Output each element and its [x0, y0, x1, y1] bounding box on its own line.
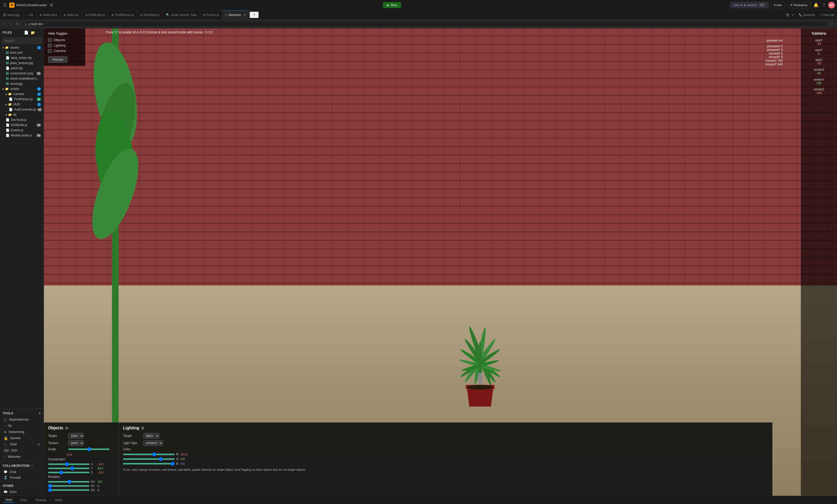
- codesearch-tab-icon: 🔍: [166, 13, 170, 17]
- file-devtools[interactable]: 📄 DevTools.js: [0, 117, 44, 123]
- chat-label: Chat: [10, 470, 16, 474]
- coord-z-slider[interactable]: [48, 472, 89, 473]
- scale-slider[interactable]: [68, 448, 110, 450]
- obj-texture-select[interactable]: plant: [68, 440, 84, 446]
- devtools-button[interactable]: 🔧 Devtools: [796, 13, 818, 17]
- rot-ry-slider[interactable]: [48, 485, 89, 487]
- file-firstperson[interactable]: 📄 FirstPerson.js A: [0, 96, 44, 102]
- ask-ai-label: Ask AI & search: [733, 3, 757, 7]
- other-tab[interactable]: Other: [53, 498, 65, 502]
- help-icon[interactable]: ?: [822, 2, 826, 8]
- settings-icon[interactable]: ⚙: [49, 2, 54, 8]
- color-g-slider[interactable]: [123, 458, 175, 460]
- light-target-select[interactable]: light1: [143, 433, 159, 439]
- back-button[interactable]: ‹: [2, 21, 6, 27]
- color-b-slider[interactable]: [123, 463, 175, 465]
- webview-close-icon[interactable]: ✕: [243, 13, 246, 17]
- file-plant-obj[interactable]: 📄 plant.obj: [0, 66, 44, 71]
- tool-git[interactable]: ⑂ Git: [0, 422, 44, 429]
- color-r-slider[interactable]: [123, 454, 175, 455]
- lighting-checkbox[interactable]: [48, 44, 52, 47]
- files-header[interactable]: Files 📄 📁 ⋯: [0, 29, 44, 37]
- file-desk-tinker[interactable]: 📄 desk_tinker.obj: [0, 55, 44, 60]
- tools-header[interactable]: Tools ∧: [0, 410, 44, 416]
- new-tab-label: New tab: [823, 13, 834, 17]
- tab-firstperson[interactable]: ◈ FirstPerson.js: [108, 10, 137, 19]
- tab-wood[interactable]: 🖼 wood.jpg: [0, 10, 23, 19]
- shell-tool-label: Shell: [10, 443, 17, 446]
- light-type-select[interactable]: ambient: [143, 440, 163, 446]
- collab-chat[interactable]: 💬 Chat: [0, 469, 44, 475]
- sidebar-toggle-button[interactable]: ☰: [2, 2, 8, 8]
- tab-webview[interactable]: □ Webview ✕: [222, 10, 250, 19]
- file-wood-scaled[interactable]: 🖼 wood-scaleddown.j...: [0, 76, 44, 81]
- new-file-icon[interactable]: 📄: [23, 30, 29, 35]
- tab-style[interactable]: ◈ style.css: [60, 10, 82, 19]
- reload-button[interactable]: Reload: [48, 56, 68, 63]
- new-folder-icon[interactable]: 📁: [30, 30, 35, 35]
- tool-networking[interactable]: ⊕ Networking: [0, 429, 44, 435]
- search-input[interactable]: [2, 38, 41, 44]
- color-r-row: R 155.6: [123, 453, 768, 456]
- hud-folder[interactable]: ▸ 📁 HUD 1: [0, 102, 44, 107]
- add-tab-button[interactable]: +: [250, 12, 259, 18]
- file-screenshot1[interactable]: 🖼 screenshot1.png M: [0, 71, 44, 76]
- tab-git[interactable]: ⑂ Git: [23, 10, 36, 19]
- tool-dependencies[interactable]: ◫ Dependencies: [0, 416, 44, 422]
- shell-tool-icon: >_: [4, 442, 8, 446]
- webgl-viewport[interactable]: Hide Toggles Objects Lighting Camera Rel…: [44, 29, 837, 496]
- tab-index[interactable]: ◈ index.html: [36, 10, 60, 19]
- tab-events[interactable]: ◈ Events.js: [200, 10, 222, 19]
- address-bar[interactable]: {...}.replit.dev /: [22, 21, 827, 27]
- ask-ai-button[interactable]: Ask AI & search ⌘K: [730, 2, 769, 8]
- tool-webview[interactable]: □ Webview: [0, 454, 44, 460]
- file-hudcontroller[interactable]: 📄 HudController.js M: [0, 107, 44, 112]
- new-tab-button[interactable]: + New tab: [818, 13, 837, 17]
- collab-threads[interactable]: 🧵 Threads: [0, 475, 44, 481]
- objects-copy-icon[interactable]: ⧉: [65, 426, 68, 430]
- shell-tab[interactable]: Shell: [3, 498, 14, 503]
- run-button[interactable]: ▶ Run: [383, 2, 401, 8]
- collab-info-icon[interactable]: ⓘ: [31, 464, 34, 468]
- camera-folder[interactable]: ▸ 📁 Camera 1: [0, 91, 44, 96]
- file-modelloader[interactable]: 📄 ModelLoader.js M: [0, 133, 44, 138]
- camera-checkbox[interactable]: [48, 49, 52, 53]
- pmousey-text: pmouseY 0: [765, 48, 783, 52]
- file-wood-jpg[interactable]: 🖼 wood.jpg: [0, 81, 44, 86]
- expand-icon[interactable]: ⤢: [790, 11, 796, 18]
- tool-shell[interactable]: >_ Shell ∧: [0, 441, 44, 447]
- svg-point-11: [467, 385, 494, 390]
- tab-devtools[interactable]: ◈ DevTools.js: [137, 10, 163, 19]
- tab-domutils[interactable]: ◈ DOMUtils.js: [82, 10, 108, 19]
- assets-folder[interactable]: ▸ 📁 assets 1: [0, 45, 44, 50]
- forward-button[interactable]: ›: [8, 21, 13, 27]
- refresh-button[interactable]: ↻: [14, 21, 21, 27]
- file-events[interactable]: 📄 Events.js: [0, 128, 44, 133]
- file-brick-avif[interactable]: 🖼 brick.avif: [0, 50, 44, 55]
- file-domutils[interactable]: 📄 DOMUtils.js M: [0, 123, 44, 128]
- open-external-button[interactable]: ↗: [828, 22, 835, 26]
- rot-rx-slider[interactable]: [48, 481, 89, 483]
- coord-x-slider[interactable]: [48, 464, 89, 465]
- scripts-folder[interactable]: ▸ 📁 scripts 5: [0, 86, 44, 91]
- file-plant-texture[interactable]: 🖼 plant_texture.jpg: [0, 60, 44, 66]
- tool-secrets[interactable]: 🔒 Secrets: [0, 435, 44, 441]
- other-docs[interactable]: 📖 Docs: [0, 489, 44, 495]
- obj-target-select[interactable]: plant: [68, 433, 84, 439]
- plant-scene: [321, 66, 639, 416]
- objects-checkbox[interactable]: [48, 38, 52, 42]
- rot-rz-slider[interactable]: [48, 489, 89, 491]
- redeploy-button[interactable]: ↺ Redeploy: [787, 2, 811, 8]
- lib-folder[interactable]: ▸ 📁 lib: [0, 112, 44, 117]
- coord-y-slider[interactable]: [48, 468, 89, 469]
- more-options-icon[interactable]: ⋯: [36, 30, 41, 35]
- avatar[interactable]: NP: [828, 2, 835, 8]
- invite-button[interactable]: Invite: [771, 2, 785, 8]
- notifications-icon[interactable]: 🔔: [813, 2, 820, 8]
- tab-codesearch[interactable]: 🔍 Code Search: hide: [163, 10, 200, 19]
- layout-icon[interactable]: ⊞: [785, 11, 790, 18]
- chat-tab[interactable]: Chat: [18, 498, 29, 502]
- tool-ssh[interactable]: ⌨ SSH: [0, 447, 44, 454]
- threads-tab[interactable]: Threads: [33, 498, 49, 502]
- lighting-copy-icon[interactable]: ⧉: [141, 426, 144, 430]
